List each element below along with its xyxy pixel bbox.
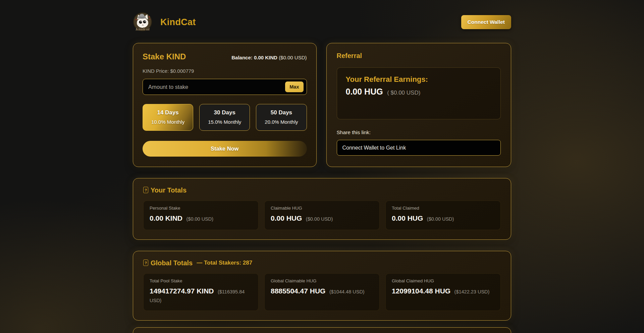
stake-card-header: Stake KIND Balance: 0.00 KIND ($0.00 USD… — [143, 52, 307, 61]
global-totals-title-text: Global Totals — [151, 259, 193, 267]
your-totals-title: ? Your Totals — [143, 186, 186, 194]
total-box-label: Global Claimed HUG — [392, 278, 494, 283]
balance-amount: Balance: 0.00 KIND — [231, 55, 277, 60]
referral-earnings-usd: ( $0.00 USD) — [387, 90, 420, 96]
missing-emoji-icon: ? — [143, 260, 148, 266]
global-claimed-hug-box: Global Claimed HUG 12099104.48 HUG ($142… — [385, 273, 501, 311]
total-box-label: Personal Stake — [150, 206, 252, 211]
total-box-usd: ($0.00 USD) — [306, 216, 333, 222]
balance-text: Balance: 0.00 KIND ($0.00 USD) — [231, 55, 307, 60]
total-box-value: 0.00 HUG — [271, 214, 302, 222]
referral-earnings-box: Your Referral Earnings: 0.00 HUG ( $0.00… — [337, 67, 501, 119]
your-totals-card: ? Your Totals Personal Stake 0.00 KIND (… — [133, 178, 511, 240]
claimable-hug-box: Claimable HUG 0.00 HUG ($0.00 USD) — [264, 201, 380, 230]
referral-earnings-line: 0.00 HUG ( $0.00 USD) — [346, 87, 492, 97]
total-box-label: Global Claimable HUG — [271, 278, 373, 283]
kind-price-label: KIND Price: $0.000779 — [143, 68, 307, 74]
svg-text:Kindcat: Kindcat — [135, 26, 150, 32]
top-cards-row: Stake KIND Balance: 0.00 KIND ($0.00 USD… — [133, 43, 511, 167]
personal-stake-box: Personal Stake 0.00 KIND ($0.00 USD) — [143, 201, 259, 230]
duration-label: 14 Days — [144, 109, 192, 116]
your-totals-header: ? Your Totals — [143, 186, 501, 194]
global-totals-row: Total Pool Stake 149417274.97 KIND ($116… — [143, 273, 501, 311]
duration-label: 50 Days — [258, 109, 305, 116]
total-box-value: 0.00 KIND — [150, 214, 182, 222]
stake-amount-field-wrap: Max — [143, 79, 307, 95]
total-box-label: Total Pool Stake — [150, 278, 252, 283]
stake-amount-input[interactable] — [148, 84, 285, 90]
duration-rate: 15.0% Monthly — [201, 119, 248, 125]
connect-wallet-button[interactable]: Connect Wallet — [461, 15, 511, 29]
global-totals-card: ? Global Totals — Total Stakers: 287 Tot… — [133, 251, 511, 321]
duration-rate: 20.0% Monthly — [258, 119, 305, 125]
duration-label: 30 Days — [201, 109, 248, 116]
total-box-value: 149417274.97 KIND — [150, 287, 214, 295]
page-container: Kindcat KindCat Connect Wallet Stake KIN… — [133, 0, 511, 333]
referral-card-title: Referral — [337, 52, 501, 60]
referral-link-field[interactable]: Connect Wallet to Get Link — [337, 140, 501, 156]
duration-option-50-days[interactable]: 50 Days 20.0% Monthly — [256, 104, 307, 131]
total-box-usd: ($0.00 USD) — [427, 216, 454, 222]
duration-rate: 10.0% Monthly — [144, 119, 192, 125]
total-stakers-text: — Total Stakers: 287 — [197, 260, 252, 266]
kindcat-logo-icon: Kindcat — [133, 12, 152, 32]
stake-card: Stake KIND Balance: 0.00 KIND ($0.00 USD… — [133, 43, 317, 167]
total-box-value: 12099104.48 HUG — [392, 287, 450, 295]
global-claimable-hug-box: Global Claimable HUG 8885504.47 HUG ($10… — [264, 273, 380, 311]
total-claimed-box: Total Claimed 0.00 HUG ($0.00 USD) — [385, 201, 501, 230]
stake-card-title: Stake KIND — [143, 52, 186, 61]
global-totals-title: ? Global Totals — [143, 259, 193, 267]
duration-options: 14 Days 10.0% Monthly 30 Days 15.0% Mont… — [143, 104, 307, 131]
your-totals-title-text: Your Totals — [151, 186, 186, 194]
header: Kindcat KindCat Connect Wallet — [133, 0, 511, 32]
balance-usd: ($0.00 USD) — [279, 55, 307, 60]
missing-emoji-icon: ? — [143, 187, 148, 193]
app-title: KindCat — [160, 17, 196, 27]
your-totals-row: Personal Stake 0.00 KIND ($0.00 USD) Cla… — [143, 201, 501, 230]
total-box-usd: ($1422.23 USD) — [454, 289, 490, 294]
duration-option-14-days[interactable]: 14 Days 10.0% Monthly — [143, 104, 193, 131]
next-card-partial — [133, 327, 511, 333]
total-box-value: 0.00 HUG — [392, 214, 423, 222]
referral-earnings-value: 0.00 HUG — [346, 87, 383, 96]
total-box-label: Claimable HUG — [271, 206, 373, 211]
referral-earnings-title: Your Referral Earnings: — [346, 75, 492, 84]
global-totals-header: ? Global Totals — Total Stakers: 287 — [143, 259, 501, 267]
total-pool-stake-box: Total Pool Stake 149417274.97 KIND ($116… — [143, 273, 259, 311]
stake-now-button[interactable]: Stake Now — [143, 141, 307, 157]
referral-card: Referral Your Referral Earnings: 0.00 HU… — [326, 43, 512, 167]
share-link-label: Share this link: — [337, 129, 501, 135]
duration-option-30-days[interactable]: 30 Days 15.0% Monthly — [199, 104, 250, 131]
total-box-usd: ($1044.48 USD) — [329, 289, 365, 294]
total-box-label: Total Claimed — [392, 206, 494, 211]
total-box-value: 8885504.47 HUG — [271, 287, 325, 295]
total-box-usd: ($0.00 USD) — [186, 216, 214, 222]
max-button[interactable]: Max — [285, 81, 303, 92]
brand: Kindcat KindCat — [133, 12, 196, 32]
